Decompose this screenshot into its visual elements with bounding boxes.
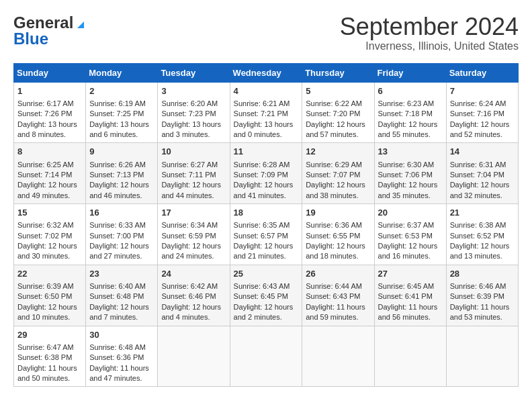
- calendar-week-row: 29 Sunrise: 6:47 AM Sunset: 6:38 PM Dayl…: [14, 326, 519, 387]
- sunrise-text: Sunrise: 6:21 AM: [234, 99, 290, 107]
- sunrise-text: Sunrise: 6:30 AM: [378, 161, 435, 169]
- daylight-text: Daylight: 12 hours and 49 minutes.: [17, 181, 77, 199]
- sunset-text: Sunset: 6:53 PM: [378, 232, 433, 240]
- sunrise-text: Sunrise: 6:36 AM: [306, 221, 362, 229]
- calendar-cell: 3 Sunrise: 6:20 AM Sunset: 7:23 PM Dayli…: [158, 82, 230, 143]
- sunrise-text: Sunrise: 6:39 AM: [17, 282, 74, 290]
- sunset-text: Sunset: 7:06 PM: [378, 171, 433, 179]
- sunset-text: Sunset: 7:00 PM: [89, 232, 144, 240]
- sunset-text: Sunset: 6:39 PM: [450, 292, 504, 300]
- sunset-text: Sunset: 7:21 PM: [234, 109, 288, 118]
- daylight-text: Daylight: 12 hours and 57 minutes.: [306, 120, 365, 138]
- calendar-cell: 29 Sunrise: 6:47 AM Sunset: 6:38 PM Dayl…: [14, 326, 86, 387]
- daylight-text: Daylight: 11 hours and 59 minutes.: [306, 303, 365, 321]
- sunset-text: Sunset: 7:07 PM: [306, 171, 360, 179]
- sunset-text: Sunset: 6:45 PM: [234, 292, 288, 300]
- header-wednesday: Wednesday: [230, 63, 302, 82]
- calendar-cell: 22 Sunrise: 6:39 AM Sunset: 6:50 PM Dayl…: [14, 265, 86, 326]
- daylight-text: Daylight: 13 hours and 0 minutes.: [234, 120, 294, 138]
- calendar-cell: [302, 326, 374, 387]
- daylight-text: Daylight: 12 hours and 18 minutes.: [306, 242, 365, 260]
- day-number: 20: [378, 207, 443, 219]
- header-saturday: Saturday: [446, 63, 518, 82]
- sunrise-text: Sunrise: 6:34 AM: [161, 221, 218, 229]
- day-number: 23: [89, 268, 154, 280]
- sunset-text: Sunset: 7:11 PM: [161, 171, 216, 179]
- sunset-text: Sunset: 7:26 PM: [17, 109, 72, 118]
- weekday-header-row: Sunday Monday Tuesday Wednesday Thursday…: [14, 63, 519, 82]
- sunrise-text: Sunrise: 6:28 AM: [234, 161, 290, 169]
- calendar-cell: 30 Sunrise: 6:48 AM Sunset: 6:36 PM Dayl…: [86, 326, 158, 387]
- daylight-text: Daylight: 12 hours and 55 minutes.: [378, 120, 438, 138]
- sunset-text: Sunset: 7:18 PM: [378, 109, 433, 118]
- day-number: 17: [161, 207, 226, 219]
- daylight-text: Daylight: 12 hours and 52 minutes.: [450, 120, 510, 138]
- calendar-cell: 12 Sunrise: 6:29 AM Sunset: 7:07 PM Dayl…: [302, 143, 374, 204]
- day-number: 15: [17, 207, 82, 219]
- calendar-cell: 26 Sunrise: 6:44 AM Sunset: 6:43 PM Dayl…: [302, 265, 374, 326]
- calendar-cell: 25 Sunrise: 6:43 AM Sunset: 6:45 PM Dayl…: [230, 265, 302, 326]
- calendar-cell: 1 Sunrise: 6:17 AM Sunset: 7:26 PM Dayli…: [14, 82, 86, 143]
- sunset-text: Sunset: 7:04 PM: [450, 171, 504, 179]
- page-header: General Blue September 2024 Inverness, I…: [13, 13, 519, 52]
- month-title: September 2024: [340, 13, 519, 40]
- sunset-text: Sunset: 6:52 PM: [450, 232, 504, 240]
- sunset-text: Sunset: 7:14 PM: [17, 171, 72, 179]
- sunrise-text: Sunrise: 6:27 AM: [161, 161, 218, 169]
- daylight-text: Daylight: 12 hours and 35 minutes.: [378, 181, 438, 199]
- daylight-text: Daylight: 11 hours and 47 minutes.: [89, 364, 149, 382]
- sunrise-text: Sunrise: 6:31 AM: [450, 161, 506, 169]
- sunset-text: Sunset: 6:38 PM: [17, 353, 72, 361]
- calendar-cell: [446, 326, 518, 387]
- sunset-text: Sunset: 7:20 PM: [306, 109, 360, 118]
- calendar-cell: 10 Sunrise: 6:27 AM Sunset: 7:11 PM Dayl…: [158, 143, 230, 204]
- sunset-text: Sunset: 7:16 PM: [450, 109, 504, 118]
- sunset-text: Sunset: 6:48 PM: [89, 292, 144, 300]
- calendar-cell: 15 Sunrise: 6:32 AM Sunset: 7:02 PM Dayl…: [14, 204, 86, 265]
- calendar-cell: 21 Sunrise: 6:38 AM Sunset: 6:52 PM Dayl…: [446, 204, 518, 265]
- sunrise-text: Sunrise: 6:35 AM: [234, 221, 290, 229]
- header-monday: Monday: [86, 63, 158, 82]
- day-number: 26: [306, 268, 370, 280]
- daylight-text: Daylight: 12 hours and 16 minutes.: [378, 242, 438, 260]
- daylight-text: Daylight: 13 hours and 3 minutes.: [161, 120, 221, 138]
- logo-blue: Blue: [13, 30, 48, 48]
- sunset-text: Sunset: 6:36 PM: [89, 353, 144, 361]
- day-number: 14: [450, 146, 515, 158]
- daylight-text: Daylight: 12 hours and 41 minutes.: [234, 181, 294, 199]
- sunset-text: Sunset: 7:09 PM: [234, 171, 288, 179]
- day-number: 18: [234, 207, 299, 219]
- day-number: 9: [89, 146, 154, 158]
- sunset-text: Sunset: 6:59 PM: [161, 232, 216, 240]
- day-number: 19: [306, 207, 370, 219]
- sunset-text: Sunset: 7:25 PM: [89, 109, 144, 118]
- sunset-text: Sunset: 6:43 PM: [306, 292, 360, 300]
- sunset-text: Sunset: 6:46 PM: [161, 292, 216, 300]
- calendar-cell: 16 Sunrise: 6:33 AM Sunset: 7:00 PM Dayl…: [86, 204, 158, 265]
- calendar-week-row: 8 Sunrise: 6:25 AM Sunset: 7:14 PM Dayli…: [14, 143, 519, 204]
- logo-arrow-icon: [75, 19, 87, 31]
- calendar-week-row: 22 Sunrise: 6:39 AM Sunset: 6:50 PM Dayl…: [14, 265, 519, 326]
- calendar-cell: 4 Sunrise: 6:21 AM Sunset: 7:21 PM Dayli…: [230, 82, 302, 143]
- daylight-text: Daylight: 12 hours and 13 minutes.: [450, 242, 510, 260]
- sunrise-text: Sunrise: 6:40 AM: [89, 282, 146, 290]
- day-number: 29: [17, 329, 82, 341]
- day-number: 13: [378, 146, 443, 158]
- daylight-text: Daylight: 12 hours and 24 minutes.: [161, 242, 221, 260]
- header-friday: Friday: [374, 63, 446, 82]
- sunrise-text: Sunrise: 6:48 AM: [89, 343, 146, 351]
- header-tuesday: Tuesday: [158, 63, 230, 82]
- day-number: 27: [378, 268, 443, 280]
- daylight-text: Daylight: 11 hours and 53 minutes.: [450, 303, 510, 321]
- calendar-cell: 6 Sunrise: 6:23 AM Sunset: 7:18 PM Dayli…: [374, 82, 446, 143]
- day-number: 24: [161, 268, 226, 280]
- daylight-text: Daylight: 12 hours and 38 minutes.: [306, 181, 365, 199]
- daylight-text: Daylight: 12 hours and 30 minutes.: [17, 242, 77, 260]
- daylight-text: Daylight: 12 hours and 7 minutes.: [89, 303, 149, 321]
- calendar-cell: 14 Sunrise: 6:31 AM Sunset: 7:04 PM Dayl…: [446, 143, 518, 204]
- calendar-cell: 17 Sunrise: 6:34 AM Sunset: 6:59 PM Dayl…: [158, 204, 230, 265]
- calendar-cell: 23 Sunrise: 6:40 AM Sunset: 6:48 PM Dayl…: [86, 265, 158, 326]
- day-number: 10: [161, 146, 226, 158]
- day-number: 28: [450, 268, 515, 280]
- sunset-text: Sunset: 6:41 PM: [378, 292, 433, 300]
